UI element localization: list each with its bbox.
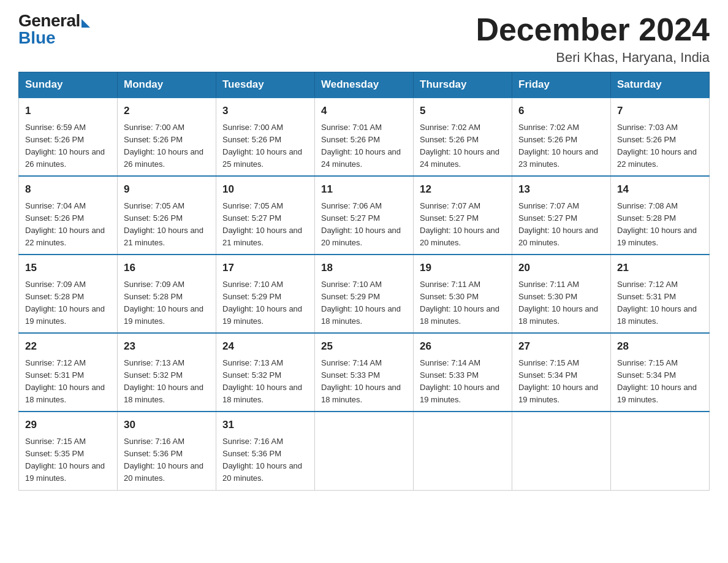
col-monday: Monday [118,72,216,98]
day-info: Sunrise: 7:02 AMSunset: 5:26 PMDaylight:… [420,121,506,171]
day-cell: 21Sunrise: 7:12 AMSunset: 5:31 PMDayligh… [611,255,710,333]
day-info: Sunrise: 7:00 AMSunset: 5:26 PMDaylight:… [222,121,308,171]
day-cell: 20Sunrise: 7:11 AMSunset: 5:30 PMDayligh… [512,255,611,333]
day-info: Sunrise: 7:09 AMSunset: 5:28 PMDaylight:… [124,278,210,328]
day-number: 1 [25,103,111,119]
week-row-3: 15Sunrise: 7:09 AMSunset: 5:28 PMDayligh… [19,255,710,333]
day-number: 28 [617,339,703,354]
day-number: 10 [222,182,308,197]
logo-arrow-icon [82,19,90,28]
day-number: 19 [420,260,506,276]
logo-general-text: General [18,12,80,29]
day-number: 29 [25,417,111,433]
title-block: December 2024 Beri Khas, Haryana, India [476,12,710,66]
day-cell: 22Sunrise: 7:12 AMSunset: 5:31 PMDayligh… [19,333,118,412]
day-info: Sunrise: 7:16 AMSunset: 5:36 PMDaylight:… [222,435,308,485]
day-cell: 26Sunrise: 7:14 AMSunset: 5:33 PMDayligh… [414,333,512,412]
subtitle: Beri Khas, Haryana, India [476,50,710,66]
col-saturday: Saturday [611,72,710,98]
day-number: 7 [617,103,703,119]
week-row-5: 29Sunrise: 7:15 AMSunset: 5:35 PMDayligh… [19,412,710,490]
day-info: Sunrise: 7:02 AMSunset: 5:26 PMDaylight:… [518,121,604,171]
day-number: 25 [321,339,407,354]
day-info: Sunrise: 7:12 AMSunset: 5:31 PMDaylight:… [25,357,111,407]
day-number: 3 [222,103,308,119]
day-cell: 23Sunrise: 7:13 AMSunset: 5:32 PMDayligh… [118,333,216,412]
day-cell: 14Sunrise: 7:08 AMSunset: 5:28 PMDayligh… [611,176,710,255]
day-cell: 17Sunrise: 7:10 AMSunset: 5:29 PMDayligh… [216,255,315,333]
day-number: 20 [518,260,604,276]
day-cell: 29Sunrise: 7:15 AMSunset: 5:35 PMDayligh… [19,412,118,490]
day-info: Sunrise: 7:10 AMSunset: 5:29 PMDaylight:… [321,278,407,328]
day-cell: 12Sunrise: 7:07 AMSunset: 5:27 PMDayligh… [414,176,512,255]
day-info: Sunrise: 7:06 AMSunset: 5:27 PMDaylight:… [321,200,407,250]
day-info: Sunrise: 7:01 AMSunset: 5:26 PMDaylight:… [321,121,407,171]
day-number: 12 [420,182,506,197]
day-number: 13 [518,182,604,197]
day-number: 26 [420,339,506,354]
day-cell: 1Sunrise: 6:59 AMSunset: 5:26 PMDaylight… [19,98,118,176]
day-number: 31 [222,417,308,433]
day-number: 30 [124,417,210,433]
day-info: Sunrise: 7:13 AMSunset: 5:32 PMDaylight:… [222,357,308,407]
day-info: Sunrise: 7:07 AMSunset: 5:27 PMDaylight:… [420,200,506,250]
day-info: Sunrise: 7:07 AMSunset: 5:27 PMDaylight:… [518,200,604,250]
day-info: Sunrise: 7:14 AMSunset: 5:33 PMDaylight:… [321,357,407,407]
day-number: 18 [321,260,407,276]
day-info: Sunrise: 7:11 AMSunset: 5:30 PMDaylight:… [420,278,506,328]
day-cell [414,412,512,490]
week-row-1: 1Sunrise: 6:59 AMSunset: 5:26 PMDaylight… [19,98,710,176]
main-title: December 2024 [476,12,710,47]
day-info: Sunrise: 6:59 AMSunset: 5:26 PMDaylight:… [25,121,111,171]
day-cell: 24Sunrise: 7:13 AMSunset: 5:32 PMDayligh… [216,333,315,412]
day-number: 14 [617,182,703,197]
day-info: Sunrise: 7:15 AMSunset: 5:35 PMDaylight:… [25,435,111,485]
day-cell: 19Sunrise: 7:11 AMSunset: 5:30 PMDayligh… [414,255,512,333]
day-cell: 13Sunrise: 7:07 AMSunset: 5:27 PMDayligh… [512,176,611,255]
day-info: Sunrise: 7:00 AMSunset: 5:26 PMDaylight:… [124,121,210,171]
day-number: 24 [222,339,308,354]
day-cell [315,412,414,490]
week-row-4: 22Sunrise: 7:12 AMSunset: 5:31 PMDayligh… [19,333,710,412]
day-info: Sunrise: 7:09 AMSunset: 5:28 PMDaylight:… [25,278,111,328]
day-number: 5 [420,103,506,119]
day-info: Sunrise: 7:13 AMSunset: 5:32 PMDaylight:… [124,357,210,407]
day-info: Sunrise: 7:12 AMSunset: 5:31 PMDaylight:… [617,278,703,328]
day-info: Sunrise: 7:10 AMSunset: 5:29 PMDaylight:… [222,278,308,328]
day-cell: 16Sunrise: 7:09 AMSunset: 5:28 PMDayligh… [118,255,216,333]
day-info: Sunrise: 7:03 AMSunset: 5:26 PMDaylight:… [617,121,703,171]
day-number: 6 [518,103,604,119]
day-cell: 9Sunrise: 7:05 AMSunset: 5:26 PMDaylight… [118,176,216,255]
col-thursday: Thursday [414,72,512,98]
col-tuesday: Tuesday [216,72,315,98]
day-number: 17 [222,260,308,276]
day-cell: 25Sunrise: 7:14 AMSunset: 5:33 PMDayligh… [315,333,414,412]
col-sunday: Sunday [19,72,118,98]
page-header: General Blue December 2024 Beri Khas, Ha… [18,12,710,66]
logo: General Blue [18,12,90,47]
col-friday: Friday [512,72,611,98]
day-info: Sunrise: 7:04 AMSunset: 5:26 PMDaylight:… [25,200,111,250]
day-info: Sunrise: 7:11 AMSunset: 5:30 PMDaylight:… [518,278,604,328]
day-info: Sunrise: 7:05 AMSunset: 5:26 PMDaylight:… [124,200,210,250]
day-info: Sunrise: 7:15 AMSunset: 5:34 PMDaylight:… [518,357,604,407]
day-cell [611,412,710,490]
day-cell: 28Sunrise: 7:15 AMSunset: 5:34 PMDayligh… [611,333,710,412]
col-wednesday: Wednesday [315,72,414,98]
day-cell: 11Sunrise: 7:06 AMSunset: 5:27 PMDayligh… [315,176,414,255]
day-cell: 15Sunrise: 7:09 AMSunset: 5:28 PMDayligh… [19,255,118,333]
day-info: Sunrise: 7:05 AMSunset: 5:27 PMDaylight:… [222,200,308,250]
calendar-header-row: Sunday Monday Tuesday Wednesday Thursday… [19,72,710,98]
day-cell: 27Sunrise: 7:15 AMSunset: 5:34 PMDayligh… [512,333,611,412]
day-number: 2 [124,103,210,119]
day-info: Sunrise: 7:16 AMSunset: 5:36 PMDaylight:… [124,435,210,485]
day-info: Sunrise: 7:15 AMSunset: 5:34 PMDaylight:… [617,357,703,407]
day-cell: 2Sunrise: 7:00 AMSunset: 5:26 PMDaylight… [118,98,216,176]
day-cell: 30Sunrise: 7:16 AMSunset: 5:36 PMDayligh… [118,412,216,490]
day-cell: 31Sunrise: 7:16 AMSunset: 5:36 PMDayligh… [216,412,315,490]
day-cell: 8Sunrise: 7:04 AMSunset: 5:26 PMDaylight… [19,176,118,255]
day-cell: 3Sunrise: 7:00 AMSunset: 5:26 PMDaylight… [216,98,315,176]
day-info: Sunrise: 7:14 AMSunset: 5:33 PMDaylight:… [420,357,506,407]
day-cell: 4Sunrise: 7:01 AMSunset: 5:26 PMDaylight… [315,98,414,176]
day-number: 16 [124,260,210,276]
